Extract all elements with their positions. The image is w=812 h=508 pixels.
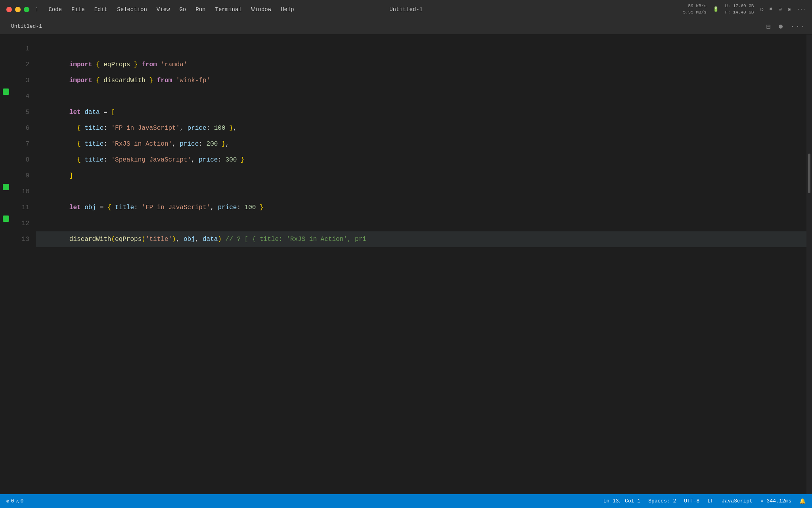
line-ending[interactable]: LF bbox=[707, 498, 714, 504]
code-line-1: import { eqProps } from 'ramda' bbox=[36, 41, 806, 57]
mem-free: F: 14.40 GB bbox=[725, 10, 754, 15]
file-encoding[interactable]: UTF-8 bbox=[684, 498, 699, 504]
status-bar-right: Ln 13, Col 1 Spaces: 2 UTF-8 LF JavaScri… bbox=[603, 498, 806, 504]
ln-7: 7 bbox=[12, 136, 36, 152]
siri-icon: ◉ bbox=[788, 6, 791, 12]
ln-8: 8 bbox=[12, 152, 36, 168]
ln-4: 4 bbox=[12, 89, 36, 104]
menu-code[interactable]: Code bbox=[48, 6, 62, 13]
warning-icon: △ bbox=[16, 498, 19, 504]
menu-terminal[interactable]: Terminal bbox=[215, 6, 242, 13]
split-editor-icon[interactable]: ⊟ bbox=[766, 22, 771, 31]
code-line-12: discardWith(eqProps('title'), obj, data)… bbox=[36, 216, 806, 231]
menu-window[interactable]: Window bbox=[251, 6, 271, 13]
titlebar:  Code File Edit Selection View Go Run T… bbox=[0, 0, 812, 19]
tab-bar: Untitled-1 ⊟ ··· bbox=[0, 19, 812, 35]
status-dot bbox=[779, 25, 783, 29]
notification-icon[interactable]: 🔔 bbox=[799, 498, 806, 504]
menu-edit[interactable]: Edit bbox=[94, 6, 108, 13]
code-line-4: let data = [ bbox=[36, 89, 806, 104]
kw-import-2: import bbox=[69, 77, 92, 84]
ln-5: 5 bbox=[12, 104, 36, 120]
breakpoint-line4[interactable] bbox=[3, 89, 9, 95]
ln-1: 1 bbox=[12, 41, 36, 57]
ln-13: 13 bbox=[12, 231, 36, 247]
ln-11: 11 bbox=[12, 200, 36, 216]
bluetooth-icon: ⌘ bbox=[770, 6, 772, 12]
maximize-button[interactable] bbox=[24, 7, 29, 12]
menu-go[interactable]: Go bbox=[179, 6, 186, 13]
traffic-lights bbox=[6, 7, 29, 12]
line-numbers: 1 2 3 4 5 6 7 8 9 10 11 12 13 bbox=[12, 35, 36, 508]
ln-9: 9 bbox=[12, 168, 36, 184]
more-icon: ··· bbox=[797, 7, 806, 12]
menu-selection[interactable]: Selection bbox=[117, 6, 147, 13]
menu-view[interactable]: View bbox=[157, 6, 170, 13]
scrollbar-thumb[interactable] bbox=[808, 154, 810, 193]
kw-import-1: import bbox=[69, 61, 92, 68]
controlcenter-icon: ⊞ bbox=[779, 6, 781, 12]
window-title: Untitled-1 bbox=[389, 6, 423, 13]
tabs: Untitled-1 bbox=[6, 22, 47, 31]
code-line-9 bbox=[36, 168, 806, 184]
warning-number: 0 bbox=[20, 498, 23, 504]
upload-speed: 59 KB/s bbox=[683, 3, 706, 9]
ln-6: 6 bbox=[12, 120, 36, 136]
apple-menu[interactable]:  bbox=[36, 6, 39, 13]
menu-bar:  Code File Edit Selection View Go Run T… bbox=[36, 6, 294, 13]
menu-run[interactable]: Run bbox=[195, 6, 205, 13]
indentation[interactable]: Spaces: 2 bbox=[648, 498, 676, 504]
bell-icon: 🔔 bbox=[799, 498, 806, 504]
wifi-icon: ◯ bbox=[760, 6, 763, 12]
ln-10: 10 bbox=[12, 184, 36, 200]
ln-12: 12 bbox=[12, 216, 36, 231]
status-bar-left: ⊗ 0 △ 0 bbox=[6, 498, 23, 504]
menu-file[interactable]: File bbox=[71, 6, 85, 13]
error-number: 0 bbox=[11, 498, 14, 504]
ln-2: 2 bbox=[12, 57, 36, 73]
breakpoint-gutter bbox=[0, 35, 12, 508]
code-line-10: let obj = { title: 'FP in JavaScript', p… bbox=[36, 184, 806, 200]
breakpoint-line12[interactable] bbox=[3, 216, 9, 222]
minimize-button[interactable] bbox=[15, 7, 21, 12]
editor: 1 2 3 4 5 6 7 8 9 10 11 12 13 import { e… bbox=[0, 35, 812, 508]
code-area: 1 2 3 4 5 6 7 8 9 10 11 12 13 import { e… bbox=[0, 35, 812, 508]
error-count[interactable]: ⊗ 0 △ 0 bbox=[6, 498, 23, 504]
breakpoint-line10[interactable] bbox=[3, 184, 9, 190]
battery-icon: 🔋 bbox=[713, 6, 719, 12]
mem-used: U: 17.60 GB bbox=[725, 3, 754, 9]
tab-untitled[interactable]: Untitled-1 bbox=[6, 22, 47, 31]
timing: × 344.12ms bbox=[760, 498, 791, 504]
menu-help[interactable]: Help bbox=[281, 6, 294, 13]
language-mode[interactable]: JavaScript bbox=[722, 498, 753, 504]
tab-bar-actions: ⊟ ··· bbox=[766, 22, 806, 31]
scrollbar[interactable] bbox=[806, 35, 812, 508]
cursor-position[interactable]: Ln 13, Col 1 bbox=[603, 498, 641, 504]
code-content: import { eqProps } from 'ramda' import {… bbox=[36, 35, 806, 508]
status-bar: ⊗ 0 △ 0 Ln 13, Col 1 Spaces: 2 UTF-8 LF … bbox=[0, 494, 812, 508]
network-stats: 59 KB/s 5.35 MB/s bbox=[683, 3, 706, 15]
more-actions-icon[interactable]: ··· bbox=[791, 23, 806, 31]
titlebar-system-info: 59 KB/s 5.35 MB/s 🔋 U: 17.60 GB F: 14.40… bbox=[683, 3, 806, 15]
close-button[interactable] bbox=[6, 7, 12, 12]
code-line-5: { title: 'FP in JavaScript', price: 100 … bbox=[36, 104, 806, 120]
ln-3: 3 bbox=[12, 73, 36, 89]
error-icon: ⊗ bbox=[6, 498, 10, 504]
memory-info: U: 17.60 GB F: 14.40 GB bbox=[725, 3, 754, 15]
download-speed: 5.35 MB/s bbox=[683, 10, 706, 15]
